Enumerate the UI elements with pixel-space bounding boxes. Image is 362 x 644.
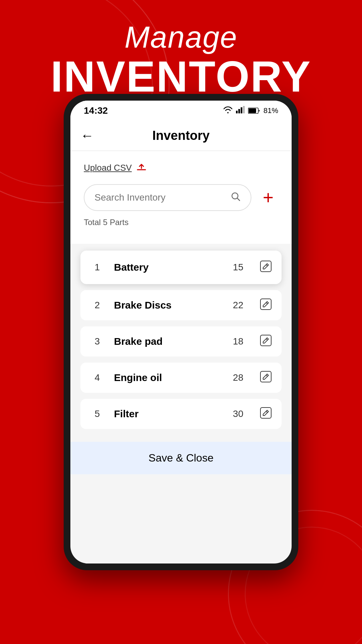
content-area: Upload CSV <box>70 151 292 244</box>
item-name: Engine oil <box>114 372 223 383</box>
status-icons: 81% <box>223 106 278 115</box>
app-title: Inventory <box>152 128 209 143</box>
item-number: 2 <box>90 300 104 311</box>
item-number: 4 <box>90 372 104 383</box>
svg-rect-5 <box>249 108 256 113</box>
svg-rect-8 <box>260 299 271 310</box>
add-button[interactable]: + <box>258 189 278 207</box>
inventory-big-label: INVENTORY <box>0 55 362 98</box>
item-number: 1 <box>90 262 104 273</box>
phone-wrapper: 14:32 <box>64 94 298 570</box>
edit-icon[interactable] <box>260 299 272 312</box>
battery-icon <box>248 108 260 114</box>
search-row: + <box>84 184 278 211</box>
item-name: Brake pad <box>114 336 223 347</box>
save-close-area: Save & Close <box>70 442 292 474</box>
inventory-item: 5 Filter 30 <box>80 399 282 429</box>
search-input-wrapper <box>84 184 251 211</box>
svg-rect-3 <box>243 106 245 113</box>
edit-icon[interactable] <box>260 371 272 385</box>
back-button[interactable]: ← <box>80 128 94 143</box>
upload-csv-link[interactable]: Upload CSV <box>84 163 132 173</box>
svg-rect-11 <box>260 408 271 418</box>
item-count: 28 <box>233 372 243 383</box>
inventory-item: 2 Brake Discs 22 <box>80 290 282 320</box>
svg-rect-2 <box>241 107 242 113</box>
app-header: ← Inventory <box>70 121 292 151</box>
status-bar: 14:32 <box>70 101 292 121</box>
item-name: Brake Discs <box>114 300 223 311</box>
status-time: 14:32 <box>84 105 108 116</box>
inventory-item: 4 Engine oil 28 <box>80 363 282 393</box>
edit-icon[interactable] <box>260 335 272 348</box>
svg-rect-7 <box>260 261 271 272</box>
page-header: Manage INVENTORY <box>0 20 362 98</box>
item-name: Filter <box>114 408 223 420</box>
svg-rect-1 <box>238 109 240 113</box>
upload-csv-row: Upload CSV <box>84 161 278 175</box>
manage-label: Manage <box>0 20 362 55</box>
save-close-button[interactable]: Save & Close <box>84 452 278 464</box>
phone-screen: 14:32 <box>70 101 292 564</box>
item-count: 22 <box>233 300 243 311</box>
item-count: 18 <box>233 336 243 347</box>
upload-icon[interactable] <box>136 161 147 175</box>
search-icon <box>231 192 241 204</box>
signal-icon <box>236 106 245 115</box>
search-input[interactable] <box>95 192 231 203</box>
item-count: 30 <box>233 409 243 419</box>
wifi-icon <box>223 106 233 115</box>
phone-frame: 14:32 <box>64 94 298 570</box>
total-parts: Total 5 Parts <box>84 218 278 227</box>
item-number: 3 <box>90 336 104 347</box>
inventory-item: 3 Brake pad 18 <box>80 326 282 357</box>
edit-icon[interactable] <box>260 261 272 274</box>
item-name: Battery <box>114 262 223 273</box>
svg-rect-9 <box>260 335 271 346</box>
item-count: 15 <box>233 262 243 273</box>
inventory-item: 1 Battery 15 <box>80 251 282 284</box>
edit-icon[interactable] <box>260 407 272 421</box>
battery-percent: 81% <box>263 106 278 115</box>
item-number: 5 <box>90 409 104 419</box>
svg-rect-10 <box>260 371 271 382</box>
svg-rect-0 <box>236 111 238 113</box>
inventory-list: 1 Battery 15 2 Brake Discs 22 <box>70 244 292 442</box>
